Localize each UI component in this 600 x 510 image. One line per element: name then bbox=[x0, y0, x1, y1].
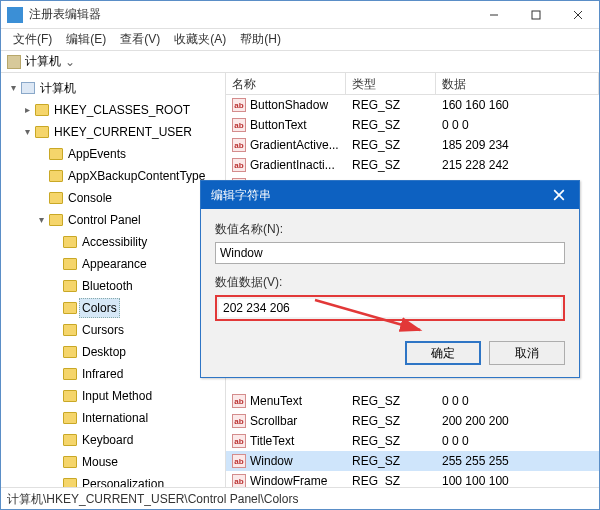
tree-item[interactable]: Personalization bbox=[47, 473, 225, 487]
tree-pane[interactable]: ▾计算机 ▸HKEY_CLASSES_ROOT ▾HKEY_CURRENT_US… bbox=[1, 73, 226, 487]
tree-item[interactable]: ▾Control Panel bbox=[33, 209, 225, 231]
tree-item[interactable]: Console bbox=[33, 187, 225, 209]
col-type[interactable]: 类型 bbox=[346, 73, 436, 94]
value-name-input[interactable] bbox=[215, 242, 565, 264]
folder-icon bbox=[63, 456, 77, 468]
folder-icon bbox=[63, 368, 77, 380]
tree-item[interactable]: AppXBackupContentType bbox=[33, 165, 225, 187]
expand-icon[interactable] bbox=[35, 145, 47, 163]
tree-item[interactable]: Input Method bbox=[47, 385, 225, 407]
folder-icon bbox=[63, 258, 77, 270]
folder-icon bbox=[63, 478, 77, 487]
value-data-input[interactable] bbox=[219, 299, 561, 317]
menu-edit[interactable]: 编辑(E) bbox=[60, 29, 112, 50]
folder-icon bbox=[63, 302, 77, 314]
collapse-icon[interactable]: ▾ bbox=[21, 123, 33, 141]
string-value-icon: ab bbox=[232, 474, 246, 487]
col-name[interactable]: 名称 bbox=[226, 73, 346, 94]
string-value-icon: ab bbox=[232, 454, 246, 468]
folder-icon bbox=[63, 346, 77, 358]
expand-icon[interactable]: ▸ bbox=[21, 101, 33, 119]
dialog-title: 编辑字符串 bbox=[211, 187, 539, 204]
tree-item[interactable]: Mouse bbox=[47, 451, 225, 473]
tree-item[interactable]: AppEvents bbox=[33, 143, 225, 165]
folder-icon bbox=[63, 434, 77, 446]
string-value-icon: ab bbox=[232, 98, 246, 112]
value-name-label: 数值名称(N): bbox=[215, 221, 565, 238]
menubar: 文件(F) 编辑(E) 查看(V) 收藏夹(A) 帮助(H) bbox=[1, 29, 599, 51]
folder-icon bbox=[49, 170, 63, 182]
table-row[interactable]: abWindowREG_SZ255 255 255 bbox=[226, 451, 599, 471]
status-bar: 计算机\HKEY_CURRENT_USER\Control Panel\Colo… bbox=[1, 487, 599, 509]
close-button[interactable] bbox=[557, 1, 599, 29]
collapse-icon[interactable]: ▾ bbox=[35, 211, 47, 229]
tree-root[interactable]: ▾计算机 bbox=[5, 77, 225, 99]
tree-item[interactable]: Accessibility bbox=[47, 231, 225, 253]
menu-fav[interactable]: 收藏夹(A) bbox=[168, 29, 232, 50]
computer-icon bbox=[7, 55, 21, 69]
maximize-button[interactable] bbox=[515, 1, 557, 29]
folder-icon bbox=[35, 126, 49, 138]
addr-root[interactable]: 计算机 bbox=[25, 53, 61, 70]
table-row[interactable]: abTitleTextREG_SZ0 0 0 bbox=[226, 431, 599, 451]
tree-item[interactable]: Bluetooth bbox=[47, 275, 225, 297]
folder-icon bbox=[35, 104, 49, 116]
collapse-icon[interactable]: ▾ bbox=[7, 79, 19, 97]
value-data-label: 数值数据(V): bbox=[215, 274, 565, 291]
table-row[interactable]: abButtonShadowREG_SZ160 160 160 bbox=[226, 95, 599, 115]
string-value-icon: ab bbox=[232, 158, 246, 172]
ok-button[interactable]: 确定 bbox=[405, 341, 481, 365]
table-row[interactable]: abGradientActive...REG_SZ185 209 234 bbox=[226, 135, 599, 155]
svg-rect-1 bbox=[532, 11, 540, 19]
minimize-button[interactable] bbox=[473, 1, 515, 29]
folder-icon bbox=[49, 214, 63, 226]
folder-icon bbox=[49, 148, 63, 160]
titlebar: 注册表编辑器 bbox=[1, 1, 599, 29]
string-value-icon: ab bbox=[232, 434, 246, 448]
tree-item[interactable]: Cursors bbox=[47, 319, 225, 341]
folder-icon bbox=[63, 390, 77, 402]
folder-icon bbox=[63, 280, 77, 292]
menu-file[interactable]: 文件(F) bbox=[7, 29, 58, 50]
menu-view[interactable]: 查看(V) bbox=[114, 29, 166, 50]
folder-icon bbox=[63, 412, 77, 424]
folder-icon bbox=[63, 236, 77, 248]
table-row[interactable]: abWindowFrameREG_SZ100 100 100 bbox=[226, 471, 599, 487]
app-icon bbox=[7, 7, 23, 23]
dialog-titlebar: 编辑字符串 bbox=[201, 181, 579, 209]
expand-icon[interactable] bbox=[35, 167, 47, 185]
tree-item[interactable]: Infrared bbox=[47, 363, 225, 385]
address-bar: 计算机 ⌄ bbox=[1, 51, 599, 73]
tree-hkcr[interactable]: ▸HKEY_CLASSES_ROOT bbox=[19, 99, 225, 121]
tree-item[interactable]: International bbox=[47, 407, 225, 429]
tree-item[interactable]: Appearance bbox=[47, 253, 225, 275]
computer-icon bbox=[21, 82, 35, 94]
tree-item[interactable]: Keyboard bbox=[47, 429, 225, 451]
folder-icon bbox=[63, 324, 77, 336]
table-row[interactable]: abScrollbarREG_SZ200 200 200 bbox=[226, 411, 599, 431]
table-row[interactable]: abGradientInacti...REG_SZ215 228 242 bbox=[226, 155, 599, 175]
edit-string-dialog: 编辑字符串 数值名称(N): 数值数据(V): 确定 取消 bbox=[200, 180, 580, 378]
highlight-box bbox=[215, 295, 565, 321]
string-value-icon: ab bbox=[232, 394, 246, 408]
table-row[interactable]: abButtonTextREG_SZ0 0 0 bbox=[226, 115, 599, 135]
tree-item[interactable]: Desktop bbox=[47, 341, 225, 363]
cancel-button[interactable]: 取消 bbox=[489, 341, 565, 365]
string-value-icon: ab bbox=[232, 138, 246, 152]
tree-hkcu[interactable]: ▾HKEY_CURRENT_USER bbox=[19, 121, 225, 143]
string-value-icon: ab bbox=[232, 414, 246, 428]
string-value-icon: ab bbox=[232, 118, 246, 132]
list-header: 名称 类型 数据 bbox=[226, 73, 599, 95]
dialog-close-button[interactable] bbox=[539, 181, 579, 209]
table-row[interactable]: abMenuTextREG_SZ0 0 0 bbox=[226, 391, 599, 411]
expand-icon[interactable] bbox=[35, 189, 47, 207]
folder-icon bbox=[49, 192, 63, 204]
menu-help[interactable]: 帮助(H) bbox=[234, 29, 287, 50]
col-data[interactable]: 数据 bbox=[436, 73, 599, 94]
window-title: 注册表编辑器 bbox=[29, 6, 473, 23]
chevron-down-icon[interactable]: ⌄ bbox=[65, 55, 75, 69]
tree-item[interactable]: Colors bbox=[47, 297, 225, 319]
